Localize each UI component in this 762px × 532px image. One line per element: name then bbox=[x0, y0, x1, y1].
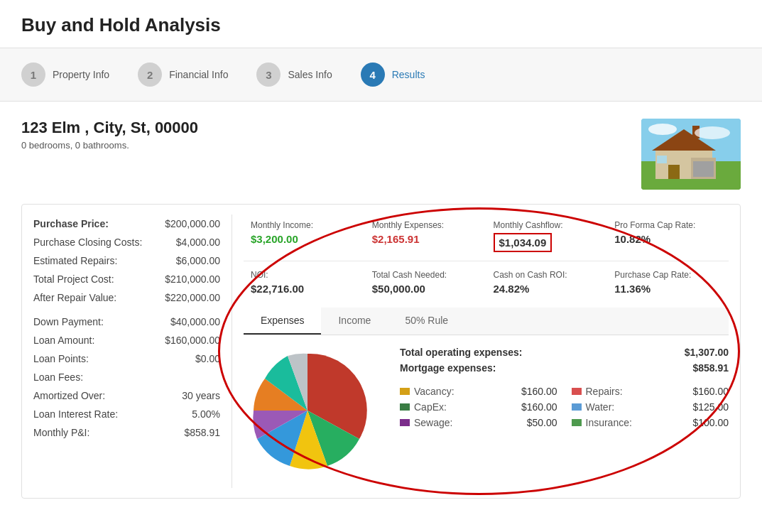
property-section: 123 Elm , City, St, 00000 0 bedrooms, 0 … bbox=[21, 119, 741, 190]
chart-expenses-section: Total operating expenses: $1,307.00 Mort… bbox=[244, 335, 729, 488]
vacancy-dot bbox=[400, 388, 410, 395]
step-1-label: Property Info bbox=[53, 69, 109, 80]
steps-bar: 1 Property Info 2 Financial Info 3 Sales… bbox=[0, 48, 762, 102]
water-dot bbox=[572, 403, 582, 411]
total-operating-value: $1,307.00 bbox=[685, 347, 729, 358]
tab-50-rule[interactable]: 50% Rule bbox=[388, 308, 465, 335]
insurance-item: Insurance: $100.00 bbox=[572, 415, 729, 430]
tabs-bar: Expenses Income 50% Rule bbox=[244, 308, 729, 335]
step-4[interactable]: 4 Results bbox=[361, 63, 425, 87]
metrics-row-2: NOI: $22,716.00 Total Cash Needed: $50,0… bbox=[244, 264, 729, 300]
step-3[interactable]: 3 Sales Info bbox=[256, 63, 332, 87]
step-2-circle: 2 bbox=[138, 63, 162, 87]
property-info: 123 Elm , City, St, 00000 0 bedrooms, 0 … bbox=[21, 119, 198, 151]
results-area: Purchase Price: $200,000.00 Purchase Clo… bbox=[21, 204, 741, 499]
monthly-expenses-cell: Monthly Expenses: $2,165.91 bbox=[365, 215, 486, 258]
pie-chart bbox=[244, 347, 371, 474]
total-project-cost-row: Total Project Cost: $210,000.00 bbox=[33, 270, 220, 288]
purchase-cap-rate-cell: Purchase Cap Rate: 11.36% bbox=[607, 264, 729, 300]
monthly-cashflow-cell: Monthly Cashflow: $1,034.09 bbox=[486, 215, 608, 258]
svg-rect-6 bbox=[668, 165, 680, 179]
repairs-item: Repairs: $160.00 bbox=[572, 384, 729, 399]
step-2[interactable]: 2 Financial Info bbox=[138, 63, 228, 87]
metrics-area: Monthly Income: $3,200.00 Monthly Expens… bbox=[232, 215, 729, 488]
water-item: Water: $125.00 bbox=[572, 399, 729, 415]
mortgage-expenses-value: $858.91 bbox=[692, 362, 729, 374]
step-1[interactable]: 1 Property Info bbox=[21, 63, 109, 87]
metrics-row-1: Monthly Income: $3,200.00 Monthly Expens… bbox=[244, 215, 729, 258]
estimated-repairs-row: Estimated Repairs: $6,000.00 bbox=[33, 251, 220, 270]
noi-label: NOI: bbox=[251, 270, 358, 280]
metrics-divider bbox=[244, 261, 729, 261]
sewage-label: Sewage: bbox=[414, 417, 464, 428]
monthly-pni-row: Monthly P&I: $858.91 bbox=[33, 423, 220, 442]
pro-forma-cap-rate-value: 10.82% bbox=[614, 233, 722, 245]
pie-chart-area bbox=[244, 347, 386, 477]
interest-rate-row: Loan Interest Rate: 5.00% bbox=[33, 405, 220, 423]
noi-value: $22,716.00 bbox=[251, 283, 358, 295]
purchase-cap-rate-value: 11.36% bbox=[614, 283, 722, 295]
monthly-income-cell: Monthly Income: $3,200.00 bbox=[244, 215, 365, 258]
expenses-detail: Total operating expenses: $1,307.00 Mort… bbox=[400, 347, 729, 477]
repairs-label: Repairs: bbox=[586, 386, 636, 397]
loan-fees-row: Loan Fees: bbox=[33, 368, 220, 386]
vacancy-label: Vacancy: bbox=[414, 386, 464, 397]
tab-expenses[interactable]: Expenses bbox=[244, 308, 321, 335]
step-2-label: Financial Info bbox=[169, 69, 228, 80]
svg-point-9 bbox=[648, 124, 677, 135]
expense-summary: Total operating expenses: $1,307.00 Mort… bbox=[400, 347, 729, 374]
svg-rect-7 bbox=[657, 156, 667, 163]
cash-on-cash-roi-label: Cash on Cash ROI: bbox=[494, 270, 601, 280]
cash-on-cash-roi-cell: Cash on Cash ROI: 24.82% bbox=[486, 264, 608, 300]
tab-income[interactable]: Income bbox=[321, 308, 388, 335]
insurance-label: Insurance: bbox=[586, 417, 636, 428]
purchase-cap-rate-label: Purchase Cap Rate: bbox=[614, 270, 722, 280]
down-payment-row: Down Payment: $40,000.00 bbox=[33, 313, 220, 331]
amortized-over-row: Amortized Over: 30 years bbox=[33, 386, 220, 405]
tabs-container: Expenses Income 50% Rule bbox=[244, 308, 729, 488]
monthly-cashflow-label: Monthly Cashflow: bbox=[494, 220, 601, 230]
purchase-price-value: $200,000.00 bbox=[165, 218, 220, 229]
total-cash-needed-label: Total Cash Needed: bbox=[372, 270, 479, 280]
sewage-value: $50.00 bbox=[527, 417, 557, 428]
water-label: Water: bbox=[586, 401, 636, 413]
monthly-expenses-value: $2,165.91 bbox=[372, 233, 479, 245]
step-4-label: Results bbox=[392, 69, 425, 80]
loan-points-row: Loan Points: $0.00 bbox=[33, 349, 220, 368]
main-content: 123 Elm , City, St, 00000 0 bedrooms, 0 … bbox=[0, 102, 762, 527]
capex-dot bbox=[400, 403, 410, 411]
expense-right-col: Repairs: $160.00 Water: $125.00 bbox=[572, 384, 729, 430]
total-operating-label: Total operating expenses: bbox=[400, 347, 522, 358]
pro-forma-cap-rate-cell: Pro Forma Cap Rate: 10.82% bbox=[607, 215, 729, 258]
purchase-price-label: Purchase Price: bbox=[33, 218, 109, 229]
repairs-dot bbox=[572, 388, 582, 395]
vacancy-value: $160.00 bbox=[521, 386, 557, 397]
total-operating-row: Total operating expenses: $1,307.00 bbox=[400, 347, 729, 358]
water-value: $125.00 bbox=[692, 401, 729, 413]
monthly-income-label: Monthly Income: bbox=[251, 220, 358, 230]
insurance-value: $100.00 bbox=[692, 417, 729, 428]
step-4-circle: 4 bbox=[361, 63, 385, 87]
monthly-income-value: $3,200.00 bbox=[251, 233, 358, 245]
noi-cell: NOI: $22,716.00 bbox=[244, 264, 365, 300]
step-3-label: Sales Info bbox=[288, 69, 332, 80]
purchase-table: Purchase Price: $200,000.00 Purchase Clo… bbox=[33, 215, 232, 488]
capex-label: CapEx: bbox=[414, 401, 464, 413]
sewage-item: Sewage: $50.00 bbox=[400, 415, 557, 430]
total-cash-needed-value: $50,000.00 bbox=[372, 283, 479, 295]
closing-costs-row: Purchase Closing Costs: $4,000.00 bbox=[33, 233, 220, 251]
property-address: 123 Elm , City, St, 00000 bbox=[21, 119, 198, 137]
sewage-dot bbox=[400, 419, 410, 426]
svg-point-10 bbox=[695, 126, 730, 139]
svg-rect-5 bbox=[693, 161, 714, 177]
property-details: 0 bedrooms, 0 bathrooms. bbox=[21, 140, 198, 151]
house-illustration bbox=[641, 119, 741, 190]
after-repair-value-row: After Repair Value: $220,000.00 bbox=[33, 288, 220, 307]
repairs-value: $160.00 bbox=[692, 386, 729, 397]
insurance-dot bbox=[572, 419, 582, 426]
expense-left-col: Vacancy: $160.00 CapEx: $160.00 bbox=[400, 384, 557, 430]
monthly-expenses-label: Monthly Expenses: bbox=[372, 220, 479, 230]
mortgage-expenses-label: Mortgage expenses: bbox=[400, 362, 496, 374]
purchase-price-row: Purchase Price: $200,000.00 bbox=[33, 215, 220, 233]
expense-grid: Vacancy: $160.00 CapEx: $160.00 bbox=[400, 384, 729, 430]
